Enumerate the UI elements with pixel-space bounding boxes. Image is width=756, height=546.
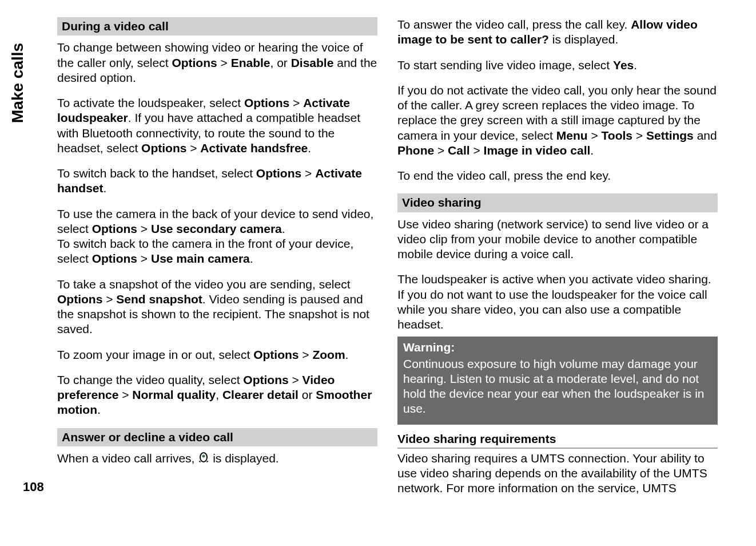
text: > (137, 222, 151, 235)
text: . (282, 222, 285, 235)
text: > (137, 252, 151, 265)
paragraph: To switch back to the handset, select Op… (57, 166, 377, 196)
text: > (289, 373, 303, 386)
menu-path: Options (256, 167, 301, 180)
text: . (97, 403, 101, 416)
menu-path: Activate handsfree (200, 141, 308, 155)
paragraph: To switch back to the camera in the fron… (57, 236, 377, 267)
svg-point-1 (202, 455, 205, 458)
content-columns: During a video call To change between sh… (57, 17, 722, 496)
text: . (634, 58, 637, 72)
section-header-answer-decline: Answer or decline a video call (57, 428, 377, 446)
menu-path: Settings (646, 129, 694, 142)
menu-path: Clearer detail (222, 388, 299, 401)
menu-path: Options (92, 222, 137, 235)
menu-path: Options (253, 348, 299, 361)
text: > (186, 141, 200, 155)
paragraph: Use video sharing (network service) to s… (397, 217, 718, 262)
text: To switch back to the handset, select (57, 167, 256, 180)
warning-body: Continuous exposure to high volume may d… (403, 357, 712, 417)
paragraph: To change the video quality, select Opti… (57, 373, 377, 418)
menu-path: Yes (613, 58, 634, 72)
text: To start sending live video image, selec… (397, 58, 613, 72)
menu-path: Options (172, 56, 217, 69)
paragraph: The loudspeaker is active when you activ… (397, 272, 718, 332)
text: , (216, 388, 222, 401)
paragraph: To use the camera in the back of your de… (57, 207, 377, 237)
text: > (217, 56, 231, 69)
text: . (308, 141, 311, 155)
menu-path: Options (141, 141, 186, 155)
text: > (434, 144, 448, 157)
paragraph: To take a snapshot of the video you are … (57, 277, 377, 337)
paragraph: To zoom your image in or out, select Opt… (57, 347, 377, 362)
text: is displayed. (549, 33, 618, 46)
paragraph: When a video call arrives, is displayed. (57, 451, 377, 467)
paragraph: To answer the video call, press the call… (397, 17, 718, 48)
text: > (470, 144, 484, 157)
left-column: During a video call To change between sh… (57, 17, 377, 496)
text: or (299, 388, 316, 401)
menu-path: Options (92, 252, 137, 265)
text: To activate the loudspeaker, select (57, 96, 244, 109)
text: To answer the video call, press the call… (397, 18, 631, 31)
text: > (301, 167, 315, 180)
section-header-during-video-call: During a video call (57, 17, 377, 35)
page-number: 108 (23, 480, 44, 494)
sub-header-video-sharing-requirements: Video sharing requirements (397, 432, 718, 449)
text: When a video call arrives, (57, 452, 198, 465)
text: , or (270, 56, 291, 69)
warning-title: Warning: (403, 340, 712, 355)
video-call-icon (198, 452, 209, 466)
menu-path: Use main camera (151, 252, 250, 265)
text: To take a snapshot of the video you are … (57, 278, 351, 291)
text: > (299, 348, 313, 361)
paragraph: To end the video call, press the end key… (397, 168, 718, 183)
menu-path: Disable (291, 56, 334, 69)
paragraph: To change between showing video or heari… (57, 40, 377, 85)
menu-path: Tools (602, 129, 632, 142)
warning-box: Warning: Continuous exposure to high vol… (397, 337, 718, 424)
text: is displayed. (213, 452, 279, 465)
text: > (102, 292, 116, 306)
text: To change the video quality, select (57, 373, 243, 386)
text: . (345, 348, 349, 361)
menu-path: Enable (231, 56, 270, 69)
text: . (104, 181, 107, 195)
text: To zoom your image in or out, select (57, 348, 253, 361)
paragraph: To activate the loudspeaker, select Opti… (57, 96, 377, 156)
menu-path: Phone (397, 144, 434, 157)
menu-path: Call (448, 144, 470, 157)
menu-path: Image in video call (484, 144, 591, 157)
menu-path: Use secondary camera (151, 222, 282, 235)
menu-path: Zoom (312, 348, 345, 361)
text: > (632, 129, 646, 142)
text: and (694, 129, 717, 142)
sidebar-section-label: Make calls (9, 43, 27, 123)
menu-path: Menu (556, 129, 588, 142)
menu-path: Options (57, 292, 102, 306)
menu-path: Options (243, 373, 288, 386)
menu-path: Normal quality (132, 388, 216, 401)
section-header-video-sharing: Video sharing (397, 193, 718, 212)
text: > (118, 388, 132, 401)
menu-path: Send snapshot (116, 292, 202, 306)
paragraph: If you do not activate the video call, y… (397, 83, 718, 158)
paragraph: Video sharing requires a UMTS connection… (397, 451, 718, 496)
menu-path: Options (244, 96, 289, 109)
text: > (289, 96, 303, 109)
right-column: To answer the video call, press the call… (397, 17, 718, 496)
paragraph: To start sending live video image, selec… (397, 58, 718, 73)
text: . (250, 252, 253, 265)
text: . (590, 144, 594, 157)
text: > (588, 129, 602, 142)
